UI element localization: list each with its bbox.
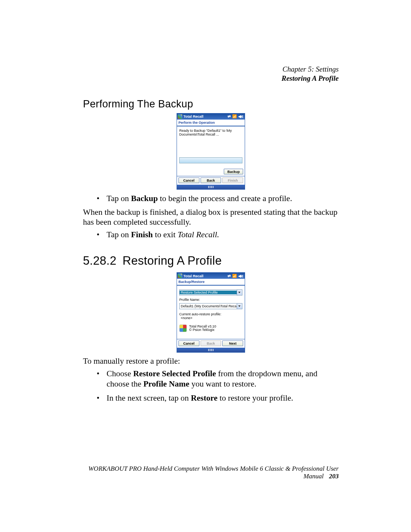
chevron-down-icon	[237, 290, 242, 295]
app-copyright: © Psion Teklogix	[189, 328, 216, 332]
back-button: Back	[201, 340, 221, 346]
dropdown-selected: Default1 (\My Documents\Total Recal	[180, 304, 237, 308]
chevron-down-icon	[237, 304, 242, 309]
profile-name-label: Profile Name:	[179, 298, 242, 302]
paragraph-backup-finished: When the backup is finished, a dialog bo…	[83, 208, 339, 227]
screenshot-backup: Total Recall ⇄📶◀ϵ Perform the Operation …	[83, 113, 339, 190]
connectivity-icon: ⇄	[228, 114, 231, 118]
status-icons: ⇄📶◀ϵ	[228, 114, 244, 118]
header-chapter: Chapter 5: Settings	[83, 65, 339, 74]
page-header: Chapter 5: Settings Restoring A Profile	[83, 65, 339, 83]
content-area: Ready to Backup "Default1" to \My Docume…	[177, 126, 245, 167]
back-button[interactable]: Back	[201, 177, 221, 183]
captionbar: Backup/Restore	[177, 279, 245, 286]
button-row: Backup	[177, 166, 245, 176]
titlebar: Total Recall ⇄📶◀ϵ	[177, 273, 245, 279]
start-icon	[178, 273, 182, 278]
start-icon	[178, 114, 182, 119]
branding: Total Recall v3.10 © Psion Teklogix	[179, 324, 242, 332]
titlebar: Total Recall ⇄📶◀ϵ	[177, 113, 245, 120]
connectivity-icon: ⇄	[228, 274, 231, 278]
captionbar: Perform the Operation	[177, 120, 245, 126]
footer-text: WORKABOUT PRO Hand-Held Computer With Wi…	[88, 465, 339, 480]
next-button[interactable]: Next	[222, 340, 243, 346]
cancel-button[interactable]: Cancel	[178, 177, 199, 183]
instruction-choose-profile: Choose Restore Selected Profile from the…	[83, 369, 339, 389]
status-text: Ready to Backup "Default1" to \My Docume…	[179, 129, 242, 137]
content-area: Restore Selected Profile Profile Name: D…	[177, 286, 245, 339]
signal-icon: 📶	[232, 114, 237, 118]
backup-button[interactable]: Backup	[224, 169, 243, 174]
progress-bar	[179, 157, 242, 163]
instruction-backup: Tap on Backup to begin the process and c…	[83, 193, 339, 204]
footer-bar: Cancel Back Next	[177, 339, 245, 348]
instruction-restore: In the next screen, tap on Restore to re…	[83, 393, 339, 403]
titlebar-title: Total Recall	[183, 114, 204, 118]
auto-restore-label: Current auto-restore profile:	[179, 312, 242, 316]
app-logo-icon	[179, 324, 187, 332]
page-number: 203	[329, 473, 339, 480]
softkey-bar	[177, 185, 245, 189]
header-section: Restoring A Profile	[83, 74, 339, 83]
footer-bar: Cancel Back Finish	[177, 176, 245, 185]
finish-button: Finish	[222, 177, 243, 183]
page-footer: WORKABOUT PRO Hand-Held Computer With Wi…	[83, 465, 339, 480]
softkey-bar	[177, 348, 245, 352]
cancel-button[interactable]: Cancel	[178, 340, 199, 346]
paragraph-restore-intro: To manually restore a profile:	[83, 356, 339, 366]
action-dropdown[interactable]: Restore Selected Profile	[179, 289, 242, 296]
dropdown-selected: Restore Selected Profile	[180, 291, 237, 294]
profile-name-dropdown[interactable]: Default1 (\My Documents\Total Recal	[179, 303, 242, 309]
phone-screen-1: Total Recall ⇄📶◀ϵ Perform the Operation …	[177, 113, 245, 190]
heading-restoring-profile: 5.28.2Restoring A Profile	[83, 254, 339, 268]
heading-performing-backup: Performing The Backup	[83, 98, 339, 110]
volume-icon: ◀ϵ	[238, 274, 244, 278]
instruction-finish: Tap on Finish to exit Total Recall.	[83, 230, 339, 240]
titlebar-title: Total Recall	[183, 274, 204, 278]
volume-icon: ◀ϵ	[238, 114, 244, 118]
auto-restore-value: <none>	[179, 316, 242, 320]
screenshot-restore: Total Recall ⇄📶◀ϵ Backup/Restore Restore…	[83, 272, 339, 353]
signal-icon: 📶	[232, 274, 237, 278]
phone-screen-2: Total Recall ⇄📶◀ϵ Backup/Restore Restore…	[177, 272, 245, 353]
status-icons: ⇄📶◀ϵ	[228, 274, 244, 278]
